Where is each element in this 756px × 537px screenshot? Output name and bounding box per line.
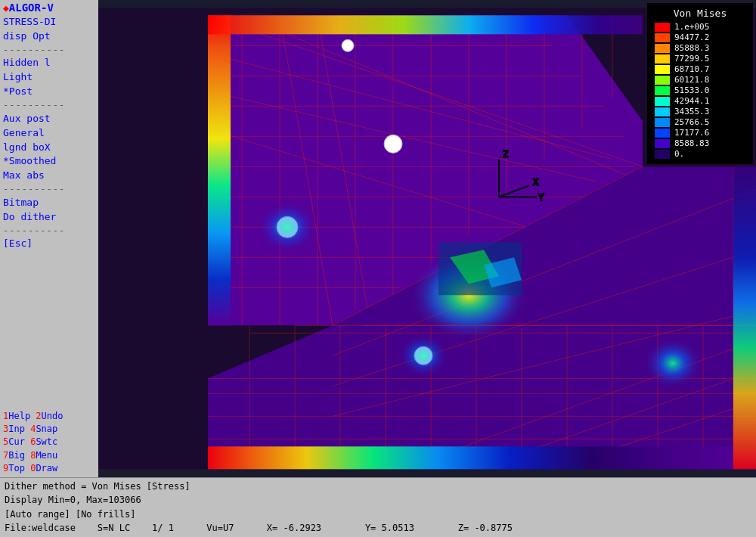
- legend-entry: 34355.3: [655, 107, 745, 116]
- kb-row-2: 3Inp 4Snap: [3, 423, 95, 436]
- sidebar-sep2: ----------: [3, 99, 95, 112]
- legend-value-text: 77299.5: [674, 54, 709, 64]
- status-bar: Dither method = Von Mises [Stress] Displ…: [0, 477, 756, 537]
- top-area: ◆ ALGOR-V STRESS-DI disp Opt ---------- …: [0, 0, 756, 477]
- legend-value-text: 60121.8: [674, 75, 709, 85]
- legend-color-swatch: [655, 118, 670, 127]
- kb-row-4: 7Big 8Menu: [3, 449, 95, 462]
- status-file: File:weldcase: [5, 523, 76, 533]
- legend-value-text: 85888.3: [674, 43, 709, 53]
- legend-color-swatch: [655, 129, 670, 138]
- legend-color-swatch: [655, 54, 670, 64]
- sidebar-general[interactable]: General: [3, 126, 95, 141]
- legend-color-swatch: [655, 76, 670, 85]
- svg-point-65: [397, 333, 450, 378]
- legend-value-text: 17177.6: [674, 128, 709, 138]
- legend-color-swatch: [655, 33, 670, 42]
- sidebar-sep1: ----------: [3, 44, 95, 57]
- kb-inp[interactable]: Inp: [8, 424, 30, 434]
- sidebar-sep3: ----------: [3, 183, 95, 196]
- status-line-2: Display Min=0, Max=103066: [5, 493, 751, 508]
- legend-entry: 68710.7: [655, 64, 745, 74]
- status-lc: 1/ 1: [152, 523, 174, 533]
- legend-entry: 60121.8: [655, 75, 745, 85]
- kb-top[interactable]: Top: [8, 463, 30, 473]
- sidebar-hidden-l[interactable]: Hidden l: [3, 56, 95, 70]
- legend-value-text: 94477.2: [674, 33, 709, 42]
- sidebar-disp-opt[interactable]: disp Opt: [3, 29, 95, 44]
- sidebar-stress-di[interactable]: STRESS-DI: [3, 15, 95, 29]
- kb-swtc[interactable]: Swtc: [36, 436, 57, 447]
- legend-entry: 8588.83: [655, 138, 745, 148]
- kb-help[interactable]: Help: [8, 411, 36, 421]
- sidebar-esc[interactable]: [Esc]: [3, 237, 95, 251]
- status-x: X= -6.2923: [267, 523, 321, 533]
- kb-cur[interactable]: Cur: [8, 436, 30, 447]
- legend-color-swatch: [655, 86, 670, 95]
- legend-value-text: 51533.0: [674, 85, 709, 95]
- kb-undo[interactable]: Undo: [42, 411, 64, 421]
- legend-entry: 51533.0: [655, 85, 745, 95]
- legend-color-swatch: [655, 107, 670, 116]
- svg-rect-58: [733, 166, 756, 469]
- status-line-1: Dither method = Von Mises [Stress]: [5, 480, 751, 494]
- legend-color-swatch: [655, 44, 670, 53]
- svg-text:Y: Y: [538, 192, 544, 203]
- legend-value-text: 34355.3: [674, 107, 709, 116]
- legend-value-text: 25766.5: [674, 117, 709, 127]
- kb-row-3: 5Cur 6Swtc: [3, 436, 95, 449]
- legend-value-text: 8588.83: [674, 138, 709, 148]
- kb-draw[interactable]: Draw: [36, 463, 57, 473]
- svg-text:X: X: [533, 177, 539, 188]
- status-line-4: File:weldcase S=N LC 1/ 1 Vu=U7 X= -6.29…: [5, 521, 751, 535]
- kb-menu[interactable]: Menu: [36, 450, 57, 461]
- legend-color-swatch: [655, 65, 670, 74]
- sidebar-do-dither[interactable]: Do dither: [3, 210, 95, 225]
- app-title: ALGOR-V: [9, 2, 54, 14]
- svg-text:Z: Z: [503, 149, 508, 160]
- status-z: Z= -0.8775: [458, 523, 513, 533]
- status-vu: Vu=U7: [206, 523, 234, 533]
- kb-snap[interactable]: Snap: [36, 424, 57, 434]
- keyboard-shortcuts: 1Help 2Undo 3Inp 4Snap 5Cur 6Swtc 7Big 8…: [3, 407, 95, 476]
- viewport[interactable]: X Y Z: [98, 0, 756, 477]
- kb-big[interactable]: Big: [8, 450, 30, 461]
- kb-row-1: 1Help 2Undo: [3, 410, 95, 423]
- sidebar: ◆ ALGOR-V STRESS-DI disp Opt ---------- …: [0, 0, 98, 477]
- legend-value-text: 42944.1: [674, 96, 709, 106]
- svg-point-64: [257, 200, 318, 253]
- sidebar-smoothed[interactable]: *Smoothed: [3, 154, 95, 169]
- legend-color-swatch: [655, 139, 670, 148]
- sidebar-light[interactable]: Light: [3, 70, 95, 85]
- sidebar-max-abs[interactable]: Max abs: [3, 169, 95, 183]
- legend-entries: 1.e+00594477.285888.377299.568710.760121…: [655, 22, 745, 159]
- svg-rect-29: [208, 15, 231, 325]
- legend-value-text: 68710.7: [674, 64, 709, 74]
- sidebar-post[interactable]: *Post: [3, 85, 95, 99]
- legend-color-swatch: [655, 97, 670, 106]
- legend-entry: 85888.3: [655, 43, 745, 53]
- sidebar-aux-post[interactable]: Aux post: [3, 112, 95, 126]
- sidebar-lgnd-box[interactable]: lgnd boX: [3, 141, 95, 155]
- sidebar-bitmap[interactable]: Bitmap: [3, 196, 95, 210]
- legend-entry: 94477.2: [655, 33, 745, 42]
- svg-rect-57: [208, 446, 756, 469]
- kb-2[interactable]: 2: [36, 411, 41, 421]
- status-line-3: [Auto range] [No frills]: [5, 508, 751, 522]
- legend-value-text: 1.e+005: [674, 22, 709, 32]
- legend-entry: 25766.5: [655, 117, 745, 127]
- svg-point-75: [643, 337, 703, 390]
- legend-color-swatch: [655, 150, 670, 159]
- legend-entry: 1.e+005: [655, 22, 745, 32]
- svg-point-63: [342, 39, 354, 51]
- status-s: S=N LC: [98, 523, 130, 533]
- legend-title: Von Mises: [655, 8, 745, 19]
- kb-row-5: 9Top 0Draw: [3, 462, 95, 475]
- svg-rect-76: [208, 15, 643, 34]
- legend-entry: 42944.1: [655, 96, 745, 106]
- legend-entry: 77299.5: [655, 54, 745, 64]
- legend-entry: 17177.6: [655, 128, 745, 138]
- status-y: Y= 5.0513: [365, 523, 414, 533]
- main-container: ◆ ALGOR-V STRESS-DI disp Opt ---------- …: [0, 0, 756, 537]
- legend-color-swatch: [655, 23, 670, 32]
